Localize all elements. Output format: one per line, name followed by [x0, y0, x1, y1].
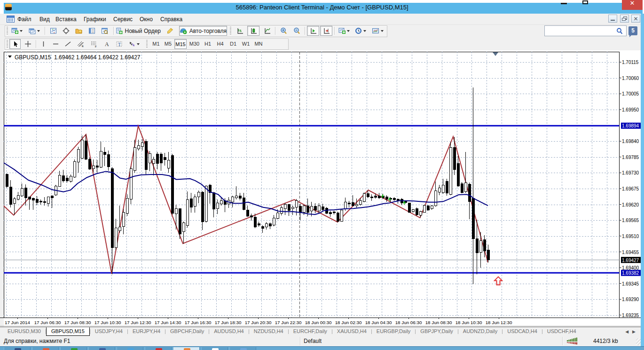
horizontal-line-button[interactable]: [50, 39, 61, 49]
indicators-icon: [338, 27, 346, 34]
taskbar-button[interactable]: [88, 347, 115, 350]
chart-tab[interactable]: GBPCHF,Daily: [165, 327, 209, 336]
chart-tab[interactable]: AUDUSD,H4: [209, 327, 249, 336]
cursor-target-button[interactable]: [60, 26, 71, 36]
timeframe-H1-button[interactable]: H1: [202, 39, 213, 49]
chart-tab[interactable]: NZDUSD,H4: [249, 327, 288, 336]
mdi-minimize-button[interactable]: [608, 15, 617, 23]
text-label-button[interactable]: T: [113, 39, 125, 49]
zoom-out-button[interactable]: [291, 26, 303, 36]
time-label: 18 Jun 10:30: [456, 320, 482, 325]
arrows-button[interactable]: [126, 39, 141, 49]
taskbar-button[interactable]: [32, 347, 59, 350]
chart-tab[interactable]: GBPJPY,Daily: [416, 327, 458, 336]
notifications-badge[interactable]: 5: [628, 26, 637, 35]
timeframe-M15-button[interactable]: M15: [174, 39, 187, 49]
title-bar[interactable]: 565896: Panteon Client Terminal - Демо С…: [0, 0, 644, 14]
crosshair-button[interactable]: [22, 39, 33, 49]
price-label: 1.69455: [622, 250, 639, 255]
chart-tab[interactable]: XAUUSD,H4: [332, 327, 371, 336]
chart-tab[interactable]: USDCHF,H4: [542, 327, 581, 336]
timeframe-MN-button[interactable]: MN: [252, 39, 265, 49]
status-profile[interactable]: Default: [304, 338, 322, 344]
taskbar-button[interactable]: [4, 347, 31, 350]
taskbar-button[interactable]: [145, 347, 172, 350]
auto-scroll-button[interactable]: [307, 26, 319, 36]
bar-chart-button[interactable]: [234, 26, 246, 36]
fibonacci-button[interactable]: F: [88, 39, 100, 49]
timeframe-M5-button[interactable]: M5: [163, 39, 173, 49]
tick-chart-button[interactable]: [47, 26, 59, 36]
search-icon[interactable]: [616, 27, 623, 35]
price-label: 1.69510: [622, 234, 639, 239]
equidistant-channel-button[interactable]: E: [75, 39, 86, 49]
windows-taskbar[interactable]: [0, 346, 644, 350]
indicators-button[interactable]: [337, 26, 352, 36]
candle-chart-button[interactable]: [247, 26, 259, 36]
templates-button[interactable]: [369, 26, 385, 36]
chart-tab[interactable]: EURGBP,Daily: [372, 327, 416, 336]
new-chart-button[interactable]: [9, 26, 24, 36]
timeframe-D1-button[interactable]: D1: [227, 39, 239, 49]
chart-tab[interactable]: USDJPY,H4: [90, 327, 127, 336]
chart-tab-active[interactable]: GBPUSD,M15: [46, 327, 90, 336]
timeframe-M30-button[interactable]: M30: [188, 39, 201, 49]
taskbar-button[interactable]: [60, 347, 87, 350]
zoom-in-button[interactable]: [277, 26, 290, 36]
data-window-button[interactable]: [99, 26, 110, 36]
time-label: 17 Jun 14:30: [155, 320, 181, 325]
maximize-button[interactable]: [578, 0, 592, 10]
text-button[interactable]: A: [101, 39, 112, 49]
chart-tab[interactable]: USDCAD,H4: [503, 327, 542, 336]
menu-insert[interactable]: Вставка: [55, 15, 77, 24]
menu-service[interactable]: Сервис: [113, 15, 133, 24]
mdi-minimize-icon: [611, 20, 615, 21]
menu-charts[interactable]: Графики: [84, 15, 106, 24]
search-input[interactable]: [544, 25, 627, 36]
mdi-restore-button[interactable]: [620, 15, 629, 23]
timeframe-M1-button[interactable]: M1: [150, 39, 162, 49]
taskbar-button[interactable]: [173, 347, 200, 350]
metaeditor-button[interactable]: [164, 26, 177, 36]
chart-tab[interactable]: EURUSD,M30: [3, 327, 46, 336]
toolbar-grip[interactable]: [230, 27, 231, 35]
taskbar-button[interactable]: [117, 347, 143, 350]
market-watch-button[interactable]: [86, 26, 97, 36]
new-order-button[interactable]: Новый Ордер: [116, 26, 161, 36]
search-band: 5: [541, 25, 637, 38]
chart-tab[interactable]: AUDNZD,Daily: [458, 327, 502, 336]
menu-file[interactable]: Файл: [17, 15, 31, 24]
line-chart-button[interactable]: [261, 26, 273, 36]
periods-button[interactable]: [353, 26, 368, 36]
minimize-button[interactable]: [557, 0, 571, 10]
profiles-button[interactable]: [26, 26, 42, 36]
text-label-icon: T: [116, 40, 123, 48]
price-chart[interactable]: 1.701151.700601.700051.699501.698941.698…: [0, 50, 641, 327]
vertical-line-button[interactable]: [38, 39, 49, 49]
autotrading-button[interactable]: Авто-торговля: [179, 26, 227, 36]
timeframe-H4-button[interactable]: H4: [214, 39, 226, 49]
menu-view[interactable]: Вид: [39, 15, 50, 24]
timeframe-W1-button[interactable]: W1: [240, 39, 251, 49]
vertical-line-icon: [40, 40, 47, 48]
toolbar-grip[interactable]: [7, 27, 8, 35]
chart-window[interactable]: 1.701151.700601.700051.699501.698941.698…: [0, 50, 641, 327]
chart-menu-icon[interactable]: [7, 16, 15, 23]
menu-help[interactable]: Справка: [160, 15, 182, 24]
toolbar-grip[interactable]: [146, 40, 148, 48]
application-window: 565896: Panteon Client Terminal - Демо С…: [0, 0, 644, 350]
taskbar-button[interactable]: [201, 347, 228, 350]
cursor-button[interactable]: [9, 39, 21, 49]
close-button[interactable]: ✕: [622, 0, 643, 10]
taskbar-button[interactable]: [229, 347, 256, 350]
toolbar-grip[interactable]: [7, 40, 8, 48]
price-label: 1.69345: [622, 281, 639, 286]
mdi-close-button[interactable]: ✕: [631, 15, 640, 23]
trend-line-button[interactable]: [63, 39, 73, 49]
tab-scroll-arrows[interactable]: ◀▶: [625, 329, 639, 334]
favorites-button[interactable]: [73, 26, 85, 36]
chart-shift-button[interactable]: [320, 26, 332, 36]
menu-window[interactable]: Окно: [140, 15, 153, 24]
chart-tab[interactable]: EURJPY,H4: [128, 327, 165, 336]
chart-tab[interactable]: EURCHF,Daily: [289, 327, 332, 336]
